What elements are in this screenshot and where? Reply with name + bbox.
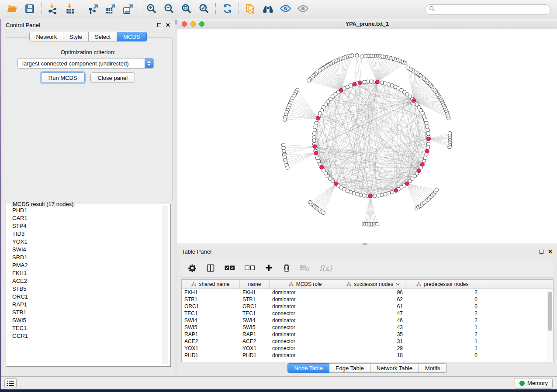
mcds-result-item[interactable]: YOX1: [7, 237, 162, 245]
hide-selected-button[interactable]: [277, 2, 294, 17]
table-row[interactable]: TEC1TEC1connector472: [182, 310, 547, 317]
mcds-result-item[interactable]: GCR1: [7, 332, 162, 340]
import-table-button[interactable]: [62, 2, 79, 17]
refresh-layout-button[interactable]: [218, 2, 236, 17]
tab-motifs[interactable]: Motifs: [419, 363, 447, 373]
close-panel-icon[interactable]: ✕: [548, 250, 553, 254]
cell-predecessor_nodes: 2: [405, 289, 480, 296]
tab-network[interactable]: Network: [29, 32, 63, 41]
clone-network-button[interactable]: [242, 2, 259, 17]
zoom-in-button[interactable]: [143, 2, 160, 17]
tab-style[interactable]: Style: [63, 32, 89, 41]
import-network-button[interactable]: [44, 2, 62, 17]
close-panel-button[interactable]: Close panel: [90, 72, 135, 83]
table-row[interactable]: YOX1YOX1connector291: [182, 345, 547, 352]
mcds-result-item[interactable]: TID3: [7, 230, 162, 237]
criterion-dropdown[interactable]: largest connected component (undirected): [17, 58, 154, 69]
tab-mcds[interactable]: MCDS: [117, 32, 146, 41]
mcds-result-item[interactable]: PMA2: [7, 261, 162, 269]
table-row[interactable]: SWI5SWI5connector431: [182, 324, 547, 331]
export-network-button[interactable]: [85, 2, 102, 17]
tab-node-table[interactable]: Node Table: [287, 363, 329, 373]
mcds-result-item[interactable]: STB5: [7, 285, 162, 292]
cell-successor_nodes: 47: [341, 310, 405, 316]
memory-button[interactable]: Memory: [515, 378, 553, 389]
column-header-predecessor-nodes[interactable]: predecessor nodes: [405, 280, 480, 289]
open-folder-button[interactable]: [3, 2, 21, 17]
cell-predecessor_nodes: 0: [405, 352, 480, 358]
table-row[interactable]: ACE2ACE2connector311: [182, 338, 547, 345]
mcds-result-item[interactable]: SWI5: [7, 316, 162, 324]
mcds-result-item[interactable]: RAP1: [7, 300, 162, 308]
table-row[interactable]: RAP1RAP1dominator352: [182, 331, 547, 338]
scrollbar-thumb[interactable]: [548, 292, 552, 331]
table-row[interactable]: FKH1FKH1dominator962: [182, 289, 547, 296]
mcds-result-item[interactable]: STB1: [7, 308, 162, 316]
cell-predecessor_nodes: 1: [405, 345, 480, 351]
cell-predecessor_nodes: 1: [405, 324, 480, 330]
zoom-out-button[interactable]: [160, 2, 178, 17]
mcds-result-item[interactable]: SRD1: [7, 253, 162, 261]
mcds-result-item[interactable]: PHD1: [7, 206, 162, 214]
cell-successor_nodes: 62: [341, 296, 405, 303]
sort-chevron-icon: [396, 283, 400, 285]
cell-mcds_role: connector: [270, 338, 341, 344]
close-panel-icon[interactable]: ✕: [166, 23, 170, 27]
column-header-MCDS-role[interactable]: MCDS role: [270, 280, 341, 289]
select-all-columns-button[interactable]: [225, 265, 235, 271]
table-row[interactable]: ORC1ORC1dominator610: [182, 303, 547, 310]
save-button[interactable]: [21, 2, 38, 17]
deselect-all-columns-button[interactable]: [245, 265, 255, 271]
cell-shared_name: STB1: [182, 296, 240, 303]
cell-mcds_role: connector: [270, 324, 341, 330]
task-history-button[interactable]: [4, 378, 17, 388]
delete-column-button[interactable]: [283, 264, 291, 272]
zoom-fit-button[interactable]: [178, 2, 195, 17]
show-columns-button[interactable]: [206, 264, 215, 272]
mcds-result-item[interactable]: FKH1: [7, 269, 162, 277]
zoom-selected-button[interactable]: [195, 2, 213, 17]
search-input[interactable]: [437, 7, 547, 13]
table-scrollbar[interactable]: [547, 289, 553, 361]
column-header-successor-nodes[interactable]: successor nodes: [341, 280, 405, 289]
control-panel: Control Panel ✕ NetworkStyleSelectMCDS O…: [1, 19, 175, 376]
float-panel-icon[interactable]: [157, 23, 161, 27]
delete-table-button[interactable]: [300, 265, 310, 272]
network-graph[interactable]: [177, 29, 557, 243]
table-row[interactable]: PHD1PHD1dominator180: [182, 352, 547, 359]
export-table-button[interactable]: [102, 2, 120, 17]
mcds-result-item[interactable]: ACE2: [7, 277, 162, 285]
table-settings-button[interactable]: [188, 264, 197, 272]
cell-predecessor_nodes: 2: [405, 331, 480, 337]
zoom-selected-icon: [198, 3, 210, 16]
cell-mcds_role: dominator: [270, 352, 341, 358]
network-window-titlebar[interactable]: YPA_prune.txt_1: [177, 19, 557, 29]
function-builder-button[interactable]: f(x): [319, 264, 332, 272]
column-header-name[interactable]: name: [240, 280, 270, 289]
run-mcds-button[interactable]: Run MCDS: [41, 72, 85, 83]
export-image-button[interactable]: [120, 2, 137, 17]
horizontal-splitter[interactable]: [177, 243, 557, 246]
mcds-result-item[interactable]: STP4: [7, 222, 162, 230]
mcds-result-item[interactable]: CAR1: [7, 214, 162, 222]
tab-network-table[interactable]: Network Table: [370, 363, 419, 373]
mcds-result-item[interactable]: ORC1: [7, 292, 162, 300]
cell-shared_name: RAP1: [182, 331, 240, 337]
column-header-shared-name[interactable]: shared name: [182, 280, 240, 289]
tab-edge-table[interactable]: Edge Table: [329, 363, 370, 373]
eye-icon: [297, 3, 309, 16]
mcds-result-item[interactable]: SWI4: [7, 245, 162, 253]
show-all-button[interactable]: [294, 2, 311, 17]
network-overview-button[interactable]: [259, 2, 277, 17]
table-row[interactable]: SWI4SWI4dominator462: [182, 317, 547, 324]
create-column-button[interactable]: [265, 264, 273, 272]
search-box[interactable]: [425, 4, 551, 15]
mcds-result-item[interactable]: TEC1: [7, 324, 162, 332]
control-panel-titlebar: Control Panel ✕: [1, 19, 175, 31]
tab-select[interactable]: Select: [89, 32, 117, 41]
mcds-result-list[interactable]: PHD1CAR1STP4TID3YOX1SWI4SRD1PMA2FKH1ACE2…: [7, 206, 162, 365]
mcds-list-scrollbar[interactable]: [163, 206, 168, 364]
splitter-handle[interactable]: [363, 243, 367, 245]
float-panel-icon[interactable]: [540, 250, 543, 254]
table-row[interactable]: STB1STB1dominator620: [182, 296, 547, 303]
